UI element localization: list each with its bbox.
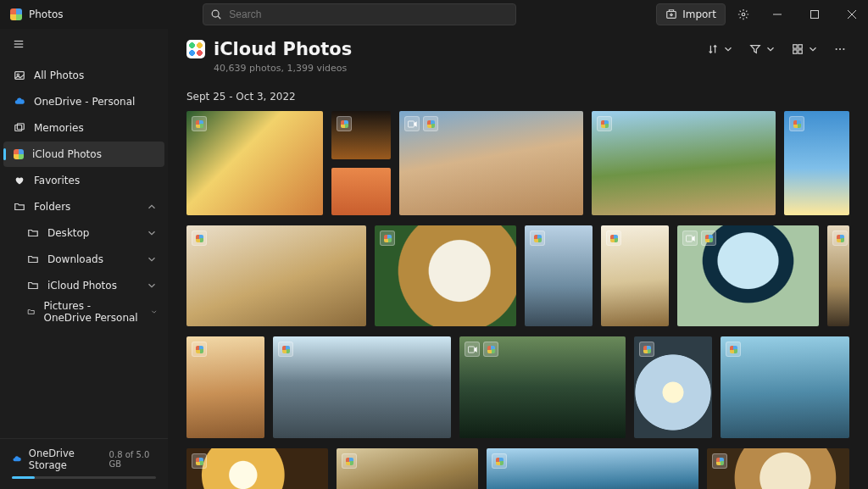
- more-button[interactable]: [831, 40, 849, 58]
- video-badge: [465, 342, 480, 357]
- nav-label: All Photos: [34, 69, 84, 81]
- maximize-icon: [810, 10, 819, 19]
- photo-thumbnail[interactable]: [273, 336, 451, 438]
- icloud-photos-icon: [14, 149, 24, 159]
- sync-icon: [837, 235, 844, 242]
- close-icon: [848, 10, 856, 19]
- svg-point-21: [843, 48, 844, 50]
- sort-button[interactable]: [704, 40, 737, 58]
- photo-thumbnail[interactable]: [186, 225, 366, 326]
- nav-label: Memories: [34, 122, 84, 134]
- photo-thumbnail[interactable]: [375, 225, 516, 326]
- cloud-sync-badge: [530, 231, 545, 246]
- nav-label: OneDrive - Personal: [34, 96, 135, 108]
- minimize-button[interactable]: [761, 2, 793, 27]
- nav-folders[interactable]: Folders: [0, 194, 168, 219]
- cloud-sync-badge: [192, 342, 207, 357]
- video-icon: [686, 235, 695, 242]
- nav-memories[interactable]: Memories: [0, 115, 168, 141]
- gallery-row: [186, 225, 849, 326]
- photo-thumbnail[interactable]: [707, 448, 849, 489]
- search-input[interactable]: [229, 8, 509, 20]
- photo-thumbnail[interactable]: [784, 111, 849, 215]
- memories-icon: [14, 122, 25, 134]
- chevron-down-icon: [150, 306, 158, 318]
- search-icon: [210, 8, 222, 20]
- grid-icon: [792, 43, 804, 55]
- page-title: iCloud Photos: [214, 39, 352, 59]
- photo-thumbnail[interactable]: [331, 168, 391, 216]
- folder-downloads[interactable]: Downloads: [0, 247, 168, 272]
- folder-pictures-onedrive[interactable]: Pictures - OneDrive Personal: [0, 299, 168, 325]
- svg-rect-24: [468, 346, 474, 352]
- folder-desktop[interactable]: Desktop: [0, 220, 168, 246]
- photo-thumbnail[interactable]: [601, 225, 669, 326]
- nav-all-photos[interactable]: All Photos: [0, 63, 168, 88]
- folder-icloud[interactable]: iCloud Photos: [0, 273, 168, 298]
- cloud-sync-badge: [701, 231, 716, 246]
- nav-onedrive[interactable]: OneDrive - Personal: [0, 89, 168, 114]
- cloud-sync-badge: [192, 116, 207, 131]
- photo-thumbnail[interactable]: [331, 111, 391, 159]
- chevron-up-icon: [146, 201, 158, 213]
- folder-icon: [27, 306, 35, 318]
- app-title: Photos: [29, 8, 63, 20]
- photo-thumbnail[interactable]: [337, 448, 478, 489]
- photo-thumbnail[interactable]: [592, 111, 776, 215]
- header-actions: [704, 40, 849, 58]
- svg-rect-13: [15, 125, 22, 131]
- photo-thumbnail[interactable]: [677, 225, 819, 326]
- hamburger-button[interactable]: [7, 32, 31, 56]
- content: iCloud Photos 40,639 photos,: [168, 29, 868, 489]
- sync-icon: [496, 458, 504, 465]
- photo-thumbnail[interactable]: [186, 111, 323, 215]
- cloud-sync-badge: [606, 231, 621, 246]
- photo-thumbnail[interactable]: [399, 111, 583, 215]
- chevron-down-icon: [146, 253, 158, 265]
- svg-point-20: [839, 48, 841, 50]
- sync-icon: [341, 120, 348, 128]
- cloud-sync-badge: [342, 453, 357, 469]
- gallery-row: [186, 448, 849, 489]
- cloud-icon: [14, 96, 25, 108]
- nav-label: Favorites: [34, 175, 80, 186]
- gear-icon: [737, 8, 749, 20]
- cloud-sync-badge: [423, 116, 438, 131]
- settings-button[interactable]: [731, 3, 756, 25]
- filter-button[interactable]: [746, 40, 780, 58]
- nav-label: Downloads: [47, 253, 103, 265]
- sync-icon: [282, 346, 290, 353]
- cloud-sync-badge: [597, 116, 612, 131]
- cloud-sync-badge: [380, 231, 395, 246]
- photo-thumbnail[interactable]: [827, 225, 849, 326]
- chevron-down-icon: [765, 43, 776, 55]
- video-badge: [404, 116, 420, 131]
- nav-favorites[interactable]: Favorites: [0, 168, 168, 193]
- photo-thumbnail[interactable]: [459, 336, 626, 438]
- photo-thumbnail[interactable]: [525, 225, 593, 326]
- svg-rect-17: [793, 50, 797, 53]
- cloud-sync-badge: [483, 342, 498, 357]
- cloud-sync-badge: [712, 453, 727, 469]
- layout-button[interactable]: [788, 40, 822, 58]
- heart-icon: [14, 175, 25, 186]
- svg-rect-15: [793, 45, 797, 48]
- gallery-row: [186, 111, 849, 215]
- import-button[interactable]: Import: [656, 3, 726, 25]
- photo-thumbnail[interactable]: [186, 336, 264, 438]
- nav-label: iCloud Photos: [32, 148, 102, 160]
- storage-detail: 0.8 of 5.0 GB: [109, 450, 156, 469]
- photo-thumbnail[interactable]: [721, 336, 849, 438]
- nav-icloud[interactable]: iCloud Photos: [3, 142, 164, 167]
- photo-thumbnail[interactable]: [634, 336, 712, 438]
- chevron-down-icon: [722, 43, 734, 55]
- more-icon: [834, 43, 846, 55]
- cloud-sync-badge: [639, 342, 654, 357]
- photo-thumbnail[interactable]: [186, 448, 328, 489]
- photo-thumbnail[interactable]: [487, 448, 698, 489]
- search-box[interactable]: [203, 3, 516, 25]
- maximize-button[interactable]: [798, 2, 831, 27]
- close-button[interactable]: [836, 2, 868, 27]
- cloud-sync-badge: [789, 116, 804, 131]
- import-label: Import: [682, 8, 716, 20]
